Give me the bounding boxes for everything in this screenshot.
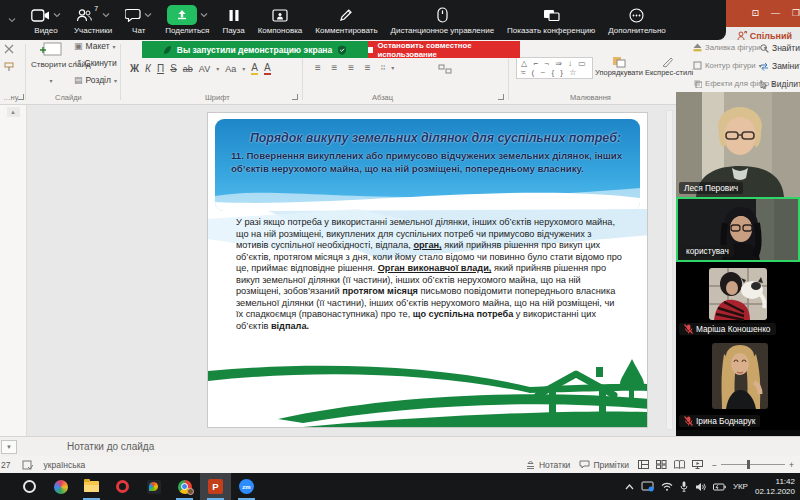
bold-button[interactable]: Ж	[130, 63, 139, 74]
zoom-slider[interactable]: − +	[712, 460, 794, 470]
clipboard-dialog-launcher[interactable]	[18, 94, 24, 100]
annotation-leaf-icon	[163, 45, 172, 55]
chevron-down-icon[interactable]	[8, 17, 16, 23]
taskbar-powerpoint[interactable]: P	[200, 473, 231, 500]
section-button[interactable]: ▤Розділ▾	[74, 75, 117, 85]
taskbar-photos-app[interactable]	[138, 473, 169, 500]
drawing-group-label: Малювання	[570, 93, 611, 102]
character-spacing-button[interactable]: AV	[199, 64, 210, 74]
toolbar-layout-button[interactable]: Компоновка	[258, 5, 303, 35]
convert-smartart-button[interactable]	[438, 64, 452, 74]
strikethrough-button[interactable]: S	[170, 63, 177, 74]
zoom-in-icon[interactable]: +	[789, 460, 794, 470]
zoom-out-icon[interactable]: −	[712, 460, 717, 470]
shapes-gallery[interactable]: △ ⌐ ¬ ⇒ ↓ ▭ ≈ ( ~ { } ☆	[516, 57, 593, 79]
wifi-icon[interactable]	[661, 482, 673, 491]
toolbar-pause-button[interactable]: Пауза	[222, 5, 244, 35]
replace-button[interactable]: Замінити ▾	[760, 61, 800, 71]
battery-icon[interactable]	[713, 483, 726, 491]
participant-video-tile[interactable]: Леся Перович	[676, 92, 800, 197]
comments-toggle[interactable]: Примітки	[579, 460, 629, 470]
participant-name-label: користувач	[681, 245, 734, 257]
taskbar-search-button[interactable]	[14, 473, 45, 500]
chevron-down-icon[interactable]	[200, 12, 208, 18]
maximize-icon[interactable]: ❐	[792, 9, 800, 18]
zoom-slider-track[interactable]	[721, 464, 785, 465]
reset-button[interactable]: ↺Скинути	[74, 58, 117, 68]
canvas-scrollbar[interactable]	[666, 110, 673, 430]
notes-collapse-button[interactable]: ▼	[1, 440, 17, 454]
highlight-color-button[interactable]: А	[251, 62, 258, 75]
slide-header-banner: Порядок викупу земельних ділянок для сус…	[215, 119, 640, 211]
slide[interactable]: Порядок викупу земельних ділянок для сус…	[207, 112, 648, 428]
zoom-app-icon: zm	[239, 479, 254, 494]
shape-fill-button[interactable]: Заливка фігури ▾	[693, 43, 767, 52]
toolbar-video-button[interactable]: Видео	[31, 5, 61, 35]
microphone-tray-icon[interactable]	[680, 481, 688, 492]
zoom-slider-thumb[interactable]	[747, 460, 750, 469]
quick-styles-button[interactable]: Експрес-стилі	[645, 56, 689, 77]
change-case-button[interactable]: Aa	[225, 64, 236, 74]
toolbar-share-screen-button[interactable]: Поделиться	[165, 5, 209, 35]
arrange-button[interactable]: Упорядкувати	[594, 56, 644, 77]
participant-video-tile-active[interactable]: користувач	[676, 197, 800, 262]
taskbar-clock[interactable]: 11:42 02.12.2020	[755, 477, 795, 497]
find-button[interactable]: Знайти	[760, 43, 800, 53]
powerpoint-icon: P	[208, 479, 223, 494]
slide-sorter-view-icon[interactable]	[656, 460, 667, 469]
align-icons[interactable]: ≡ ≡ ≡ ≡	[315, 62, 375, 73]
taskbar-app-swirl[interactable]	[45, 473, 76, 500]
new-slide-button[interactable]: Створити слайд ▾	[31, 42, 71, 87]
spellcheck-icon[interactable]	[22, 460, 33, 470]
chevron-down-icon[interactable]	[144, 12, 152, 18]
screen-share-tray-icon[interactable]	[641, 481, 654, 492]
minimize-icon[interactable]: —	[771, 9, 780, 18]
taskbar-file-explorer[interactable]	[76, 473, 107, 500]
taskbar-zoom[interactable]: zm	[231, 473, 262, 500]
italic-button[interactable]: К	[145, 63, 151, 74]
shadow-button[interactable]: ab	[183, 64, 193, 74]
reading-view-icon[interactable]	[674, 460, 685, 469]
stop-sharing-button[interactable]: Остановить совместное использование	[368, 41, 520, 58]
notes-toggle[interactable]: Нотатки	[525, 460, 570, 470]
shield-check-icon	[337, 45, 347, 55]
chevron-down-icon[interactable]	[53, 12, 61, 18]
ppt-share-button[interactable]: Спільний	[737, 31, 792, 41]
toolbar-more-button[interactable]: Дополнительно	[608, 5, 666, 35]
language-indicator[interactable]: українська	[43, 460, 85, 470]
speaker-icon[interactable]	[695, 482, 706, 492]
language-taskbar[interactable]: УКР	[733, 482, 748, 491]
toolbar-item-label: Поделиться	[165, 26, 209, 35]
toolbar-show-meeting-button[interactable]: Показать конференцию	[507, 5, 595, 35]
chevron-down-icon[interactable]	[102, 12, 110, 18]
taskbar-opera[interactable]	[107, 473, 138, 500]
section-label: Розділ	[86, 75, 111, 85]
new-slide-label: Створити слайд	[31, 60, 71, 69]
taskbar-chrome[interactable]	[169, 473, 200, 500]
slide-thumbnails-panel[interactable]: ▲	[0, 105, 27, 436]
ribbon-display-options-icon[interactable]: ⊡	[751, 9, 759, 18]
paragraph-dialog-launcher[interactable]	[498, 94, 504, 100]
toolbar-annotate-button[interactable]: Комментировать	[315, 5, 377, 35]
format-painter-icon[interactable]	[4, 62, 14, 72]
font-dialog-launcher[interactable]	[292, 94, 298, 100]
notes-placeholder[interactable]: Нотатки до слайда	[67, 441, 154, 452]
toolbar-participants-button[interactable]: 7 Участники	[74, 5, 112, 35]
font-color-button[interactable]: А	[264, 62, 271, 75]
tray-expand-icon[interactable]	[625, 484, 634, 490]
toolbar-remote-control-button[interactable]: Дистанционное управление	[391, 5, 495, 35]
participant-avatar-tile[interactable]: Маріша Коношенко	[676, 262, 800, 338]
columns-button[interactable]: ⁞⁞	[381, 63, 385, 72]
shape-outline-button[interactable]: Контур фігури ▾	[693, 61, 762, 70]
layout-button[interactable]: ▣Макет▾	[74, 41, 116, 51]
chevron-down-icon: ▾	[49, 78, 52, 84]
toolbar-chat-button[interactable]: Чат	[125, 5, 152, 35]
cut-icon[interactable]	[4, 44, 14, 54]
slideshow-view-icon[interactable]	[692, 460, 703, 469]
font-group-label: Шрифт	[205, 93, 230, 102]
normal-view-icon[interactable]	[638, 460, 649, 469]
participant-avatar-tile[interactable]: Ірина Боднарук	[676, 338, 800, 430]
underline-button[interactable]: П	[157, 63, 164, 74]
scroll-up-icon[interactable]: ▲	[7, 107, 20, 117]
select-button[interactable]: Виділити ▾	[760, 79, 800, 89]
